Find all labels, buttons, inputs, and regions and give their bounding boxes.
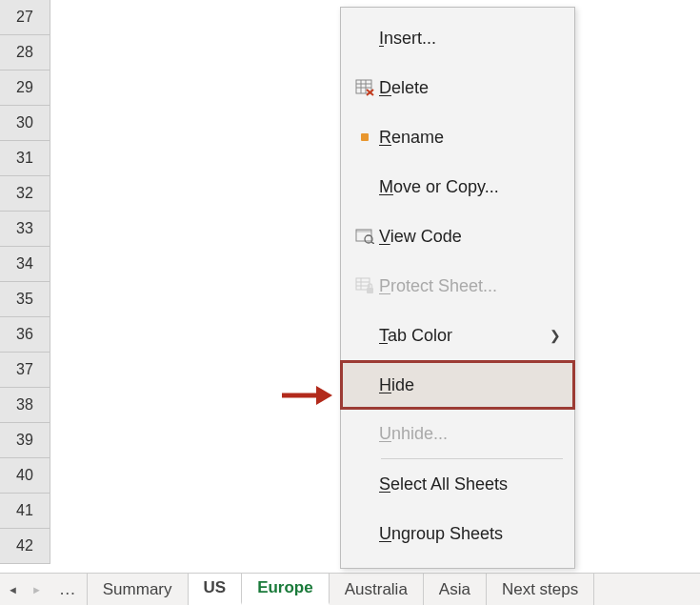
view-code-icon [350,229,379,244]
menu-ungroup-sheets[interactable]: Ungroup Sheets [341,509,574,558]
row-header[interactable]: 42 [0,529,50,564]
row-header[interactable]: 31 [0,141,50,176]
row-header[interactable]: 38 [0,388,50,423]
menu-move-copy[interactable]: Move or Copy... [341,162,574,212]
menu-label: Unhide... [379,424,561,444]
menu-label: Tab Color [379,326,544,346]
delete-sheet-icon [350,79,379,96]
row-header[interactable]: 37 [0,353,50,388]
tab-nav: ◄ ► [0,574,50,605]
menu-view-code[interactable]: View Code [341,212,574,261]
row-header[interactable]: 36 [0,317,50,353]
menu-label: Hide [379,375,561,395]
row-header[interactable]: 30 [0,106,50,141]
menu-insert[interactable]: Insert... [341,13,574,63]
rename-icon [350,133,379,141]
menu-label: View Code [379,227,561,247]
menu-label: Ungroup Sheets [379,524,561,544]
row-header[interactable]: 40 [0,458,50,494]
menu-label: Delete [379,78,561,98]
row-header[interactable]: 39 [0,423,50,458]
sheet-tab-asia[interactable]: Asia [424,574,487,605]
menu-label: Insert... [379,29,561,49]
menu-unhide: Unhide... [341,409,574,458]
sheet-tab-next-steps[interactable]: Next steps [487,574,594,605]
svg-rect-15 [367,288,373,293]
menu-hide[interactable]: Hide [341,361,574,409]
menu-label: Move or Copy... [379,177,561,197]
row-header[interactable]: 41 [0,494,50,529]
row-header[interactable]: 28 [0,35,50,71]
sheet-tab-us[interactable]: US [189,574,243,605]
sheet-tab-europe[interactable]: Europe [242,574,330,605]
tab-overflow-button[interactable]: … [50,574,88,605]
menu-select-all-sheets[interactable]: Select All Sheets [341,459,574,509]
sheet-context-menu: Insert... Delete Rename Move or Copy... [340,7,575,569]
svg-rect-8 [356,230,371,232]
chevron-right-icon: ❯ [550,328,561,343]
sheet-tab-summary[interactable]: Summary [88,574,189,605]
row-header[interactable]: 27 [0,0,50,35]
menu-label: Rename [379,128,561,148]
protect-sheet-icon [350,277,379,294]
menu-rename[interactable]: Rename [341,112,574,162]
row-header-column: 27 28 29 30 31 32 33 34 35 36 37 38 39 4… [0,0,50,564]
row-header[interactable]: 29 [0,71,50,106]
sheet-tab-australia[interactable]: Australia [330,574,424,605]
tab-nav-next-icon[interactable]: ► [31,584,42,595]
menu-delete[interactable]: Delete [341,63,574,112]
row-header[interactable]: 35 [0,282,50,317]
row-header[interactable]: 34 [0,247,50,282]
tab-nav-prev-icon[interactable]: ◄ [8,584,18,595]
row-header[interactable]: 33 [0,212,50,247]
menu-label: Protect Sheet... [379,276,561,296]
menu-label: Select All Sheets [379,474,561,494]
menu-protect-sheet: Protect Sheet... [341,261,574,311]
sheet-tab-bar: ◄ ► … Summary US Europe Australia Asia N… [0,573,700,605]
menu-tab-color[interactable]: Tab Color ❯ [341,311,574,360]
row-header[interactable]: 32 [0,176,50,212]
svg-line-10 [371,242,374,244]
